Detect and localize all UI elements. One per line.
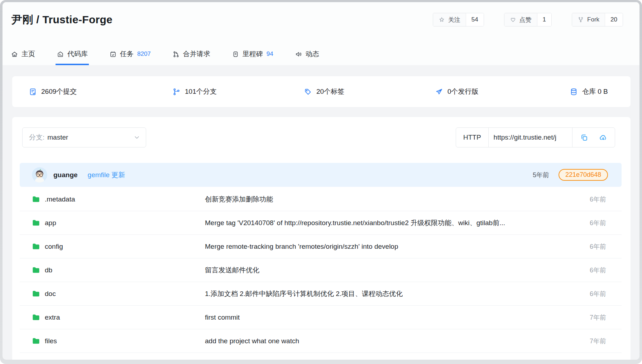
- file-table: .metadata 创新竞赛添加删除功能 6年前 app Merge tag '…: [20, 188, 622, 360]
- file-commit-message[interactable]: 留言发送邮件优化: [205, 266, 571, 275]
- file-commit-message[interactable]: Merge tag 'V20140708' of http://reposito…: [205, 218, 571, 228]
- file-commit-message[interactable]: 1.添加文档 2.邮件中缺陷序号计算机制优化 2.项目、课程动态优化: [205, 289, 571, 299]
- repo-nav-tabs: 主页 代码库 任务 8207 合并请求 里程碑 94 动态: [10, 49, 320, 65]
- file-row-partial[interactable]: [20, 353, 622, 360]
- milestone-icon: [232, 50, 239, 58]
- tab-repository[interactable]: 代码库: [56, 49, 89, 65]
- file-commit-time: 6年前: [590, 266, 606, 275]
- stat-releases[interactable]: 0个发行版: [435, 76, 479, 107]
- fork-label: Fork: [587, 16, 599, 23]
- stat-commits[interactable]: 2609个提交: [29, 76, 77, 107]
- tab-pull-requests[interactable]: 合并请求: [171, 49, 211, 65]
- tab-issues-count: 8207: [137, 50, 151, 58]
- file-commit-message[interactable]: add the project what one watch: [205, 337, 571, 345]
- star-icon: [439, 16, 445, 23]
- file-row-doc[interactable]: doc 1.添加文档 2.邮件中缺陷序号计算机制优化 2.项目、课程动态优化 6…: [20, 282, 622, 306]
- file-commit-message[interactable]: 创新竞赛添加删除功能: [205, 195, 571, 204]
- page-header: 尹刚 / Trustie-Forge 关注 54 点赞 1 Fork: [3, 2, 639, 65]
- file-row-metadata[interactable]: .metadata 创新竞赛添加删除功能 6年前: [20, 188, 622, 211]
- chevron-down-icon: [134, 134, 140, 141]
- avatar-image: [32, 167, 47, 183]
- fork-icon: [578, 16, 584, 23]
- folder-icon: [32, 266, 40, 274]
- file-name[interactable]: .metadata: [45, 195, 75, 203]
- tab-milestones-count: 94: [267, 50, 273, 58]
- heart-icon: [510, 16, 516, 23]
- branch-icon: [172, 88, 181, 96]
- commit-message-link[interactable]: gemfile 更新: [88, 170, 125, 180]
- repo-icon: [57, 50, 64, 58]
- commit-time: 5年前: [533, 171, 549, 179]
- file-commit-time: 7年前: [590, 337, 606, 345]
- page-title: 尹刚 / Trustie-Forge: [11, 13, 112, 27]
- file-commit-message[interactable]: Merge remote-tracking branch 'remotes/or…: [205, 243, 571, 251]
- file-name[interactable]: files: [45, 337, 57, 345]
- pull-request-icon: [172, 50, 180, 58]
- branch-selector-value: master: [47, 134, 68, 141]
- repo-stats-bar: 2609个提交 101个分支 20个标签 0个发行版 仓库 0 B: [12, 76, 631, 107]
- file-row-files[interactable]: files add the project what one watch 7年前: [20, 329, 622, 353]
- file-commit-message[interactable]: first commit: [205, 314, 571, 321]
- file-name[interactable]: doc: [45, 290, 56, 298]
- file-commit-time: 6年前: [590, 290, 606, 298]
- praise-button[interactable]: 点赞 1: [504, 13, 552, 26]
- watch-count[interactable]: 54: [466, 13, 484, 26]
- file-name[interactable]: db: [45, 266, 52, 274]
- branch-selector-label: 分支:: [29, 133, 44, 142]
- copy-icon[interactable]: [580, 134, 588, 142]
- folder-icon: [32, 242, 40, 251]
- tag-icon: [304, 88, 312, 96]
- folder-icon: [32, 195, 40, 203]
- praise-label: 点赞: [519, 16, 532, 24]
- folder-icon: [32, 290, 40, 298]
- cloud-download-icon[interactable]: [599, 134, 607, 142]
- file-row-config[interactable]: config Merge remote-tracking branch 'rem…: [20, 235, 622, 258]
- watch-label: 关注: [448, 16, 460, 24]
- praise-count[interactable]: 1: [537, 13, 551, 26]
- activity-icon: [295, 50, 302, 58]
- repository-panel: 分支: master HTTP: [12, 117, 631, 360]
- fork-count[interactable]: 20: [605, 13, 623, 26]
- file-row-db[interactable]: db 留言发送邮件优化 6年前: [20, 258, 622, 282]
- tasks-icon: [109, 50, 117, 58]
- avatar[interactable]: [32, 167, 47, 183]
- home-icon: [11, 50, 18, 58]
- file-commit-time: 6年前: [590, 219, 606, 227]
- branch-selector[interactable]: 分支: master: [22, 127, 146, 147]
- folder-icon: [32, 337, 40, 345]
- release-icon: [435, 88, 443, 96]
- clone-url-group: HTTP: [456, 127, 615, 147]
- tab-activity[interactable]: 动态: [294, 49, 320, 65]
- database-icon: [570, 88, 578, 96]
- tab-milestones[interactable]: 里程碑 94: [231, 49, 274, 65]
- commit-hash-badge[interactable]: 221e70d648: [559, 169, 608, 181]
- folder-icon: [32, 219, 40, 227]
- clone-url-input[interactable]: [489, 128, 572, 147]
- file-row-extra[interactable]: extra first commit 7年前: [20, 306, 622, 329]
- repo-action-buttons: 关注 54 点赞 1 Fork 20: [433, 13, 623, 26]
- file-commit-time: 7年前: [590, 313, 606, 322]
- file-row-app[interactable]: app Merge tag 'V20140708' of http://repo…: [20, 211, 622, 235]
- file-name[interactable]: config: [45, 243, 63, 251]
- folder-icon: [32, 313, 40, 321]
- file-commit-time: 6年前: [590, 195, 606, 204]
- protocol-switch[interactable]: HTTP: [456, 128, 489, 147]
- app-window: 尹刚 / Trustie-Forge 关注 54 点赞 1 Fork: [3, 2, 639, 360]
- stat-branches[interactable]: 101个分支: [172, 76, 217, 107]
- watch-button[interactable]: 关注 54: [433, 13, 484, 26]
- stat-repo-size[interactable]: 仓库 0 B: [570, 76, 608, 107]
- commits-icon: [29, 88, 37, 96]
- stat-tags[interactable]: 20个标签: [304, 76, 344, 107]
- file-name[interactable]: app: [45, 219, 56, 227]
- fork-button[interactable]: Fork 20: [572, 13, 623, 26]
- latest-commit-bar: guange gemfile 更新 5年前 221e70d648: [20, 163, 622, 187]
- window-frame: 尹刚 / Trustie-Forge 关注 54 点赞 1 Fork: [0, 0, 642, 364]
- file-commit-time: 6年前: [590, 242, 606, 251]
- tab-issues[interactable]: 任务 8207: [108, 49, 152, 65]
- file-name[interactable]: extra: [45, 314, 60, 321]
- commit-author[interactable]: guange: [53, 171, 78, 179]
- tab-home[interactable]: 主页: [10, 49, 36, 65]
